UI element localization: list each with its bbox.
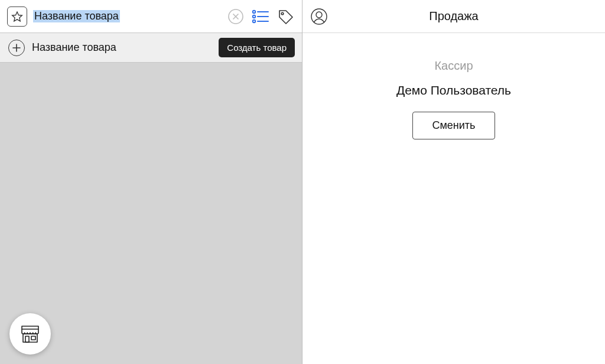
add-item-button[interactable] (8, 40, 25, 56)
create-product-button[interactable]: Создать товар (219, 38, 295, 57)
svg-rect-15 (31, 336, 35, 340)
store-icon (18, 322, 42, 346)
cashier-label: Кассир (434, 59, 473, 73)
cashier-name: Демо Пользователь (396, 83, 511, 98)
tag-button[interactable] (276, 7, 295, 26)
clear-button[interactable] (226, 7, 245, 26)
right-body: Кассир Демо Пользователь Сменить (302, 33, 605, 364)
store-fab[interactable] (9, 313, 51, 355)
list-view-button[interactable] (251, 7, 270, 26)
change-cashier-button[interactable]: Сменить (412, 112, 495, 139)
right-panel: Продажа Кассир Демо Пользователь Сменить (302, 0, 605, 364)
close-circle-icon (227, 8, 244, 25)
star-icon (11, 11, 23, 22)
svg-point-10 (281, 12, 284, 15)
svg-point-17 (316, 12, 322, 18)
svg-point-6 (253, 15, 255, 17)
svg-marker-0 (12, 12, 22, 21)
left-body (0, 63, 302, 364)
search-input-value: Название товара (33, 10, 120, 22)
profile-button[interactable] (310, 7, 328, 26)
left-panel: Название товара (0, 0, 302, 364)
svg-rect-14 (25, 336, 29, 342)
tag-icon (277, 8, 294, 25)
search-input[interactable]: Название товара (33, 10, 220, 22)
favorites-button[interactable] (7, 6, 27, 27)
svg-point-8 (253, 20, 255, 22)
svg-point-4 (253, 10, 255, 12)
item-label: Название товара (32, 41, 212, 54)
user-icon (310, 8, 328, 25)
item-row: Название товара Создать товар (0, 33, 302, 63)
list-icon (252, 9, 269, 24)
right-header: Продажа (302, 0, 605, 33)
left-header: Название товара (0, 0, 302, 33)
right-panel-title: Продажа (302, 9, 605, 23)
plus-icon (12, 44, 21, 52)
